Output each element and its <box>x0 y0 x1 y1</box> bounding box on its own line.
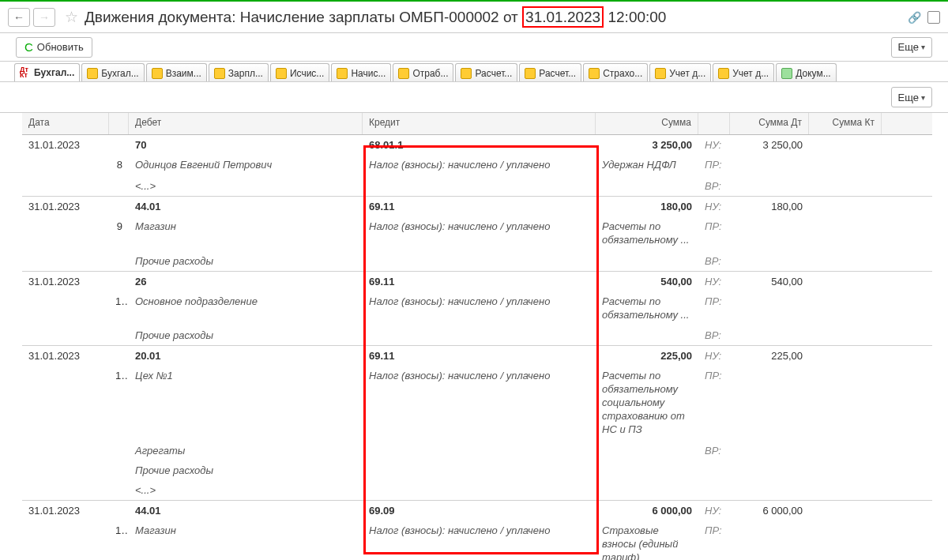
register-icon <box>461 68 472 79</box>
tab-8[interactable]: Расчет... <box>519 63 581 82</box>
register-icon <box>589 68 600 79</box>
tab-10[interactable]: Учет д... <box>649 63 711 82</box>
tab-2[interactable]: Взаим... <box>146 63 207 82</box>
more-button-2[interactable]: Еще <box>891 87 932 107</box>
status-button[interactable] <box>927 11 940 24</box>
link-icon[interactable]: 🔗 <box>908 11 921 24</box>
header: ← → ☆ Движения документа: Начисление зар… <box>0 2 948 33</box>
tab-11[interactable]: Учет д... <box>713 63 774 82</box>
tab-0[interactable]: ДтКтБухгал... <box>14 63 80 82</box>
table-row[interactable]: 31.01.20232669.11540,00НУ:540,0010Основн… <box>22 272 932 347</box>
col-debit: Дебет <box>129 113 363 134</box>
register-icon <box>276 68 287 79</box>
col-sum: Сумма <box>596 113 698 134</box>
register-icon <box>525 68 536 79</box>
forward-button[interactable]: → <box>33 8 55 27</box>
table-row[interactable]: 31.01.202344.0169.096 000,00НУ:6 000,001… <box>22 501 932 560</box>
back-button[interactable]: ← <box>8 8 30 27</box>
register-icon <box>87 68 98 79</box>
register-icon <box>718 68 729 79</box>
refresh-button[interactable]: С Обновить <box>16 37 92 58</box>
table-row[interactable]: 31.01.202320.0169.11225,00НУ:225,0011Цех… <box>22 346 932 500</box>
col-credit: Кредит <box>363 113 596 134</box>
col-sum-kt: Сумма Кт <box>809 113 882 134</box>
dk-icon: ДтКт <box>20 67 31 78</box>
register-icon <box>398 68 409 79</box>
tab-6[interactable]: Отраб... <box>393 63 453 82</box>
toolbar: С Обновить Еще <box>0 33 948 62</box>
tabs: ДтКтБухгал...Бухгал...Взаим...Зарпл...Ис… <box>0 62 948 82</box>
tab-7[interactable]: Расчет... <box>455 63 517 82</box>
accounting-table: Дата Дебет Кредит Сумма Сумма Дт Сумма К… <box>0 112 948 560</box>
register-icon <box>337 68 348 79</box>
tab-3[interactable]: Зарпл... <box>209 63 269 82</box>
col-date: Дата <box>22 113 109 134</box>
table-row[interactable]: 31.01.202344.0169.11180,00НУ:180,009Мага… <box>22 197 932 272</box>
table-icon <box>781 68 792 79</box>
tab-5[interactable]: Начис... <box>331 63 391 82</box>
register-icon <box>655 68 666 79</box>
tab-12[interactable]: Докум... <box>776 63 836 82</box>
document-date-highlighted: 31.01.2023 <box>522 6 604 28</box>
document-title: Движения документа: Начисление зарплаты … <box>85 9 666 26</box>
refresh-icon: С <box>24 40 33 54</box>
more-button[interactable]: Еще <box>891 37 932 58</box>
sub-toolbar: Еще <box>0 82 948 112</box>
table-header: Дата Дебет Кредит Сумма Сумма Дт Сумма К… <box>22 113 932 135</box>
register-icon <box>152 68 163 79</box>
favorite-icon[interactable]: ☆ <box>65 8 78 26</box>
col-sum-dt: Сумма Дт <box>730 113 809 134</box>
tab-4[interactable]: Исчис... <box>270 63 329 82</box>
table-row[interactable]: 31.01.20237068.01.13 250,00НУ:3 250,008О… <box>22 135 932 197</box>
register-icon <box>214 68 225 79</box>
tab-9[interactable]: Страхо... <box>583 63 648 82</box>
tab-1[interactable]: Бухгал... <box>81 63 144 82</box>
